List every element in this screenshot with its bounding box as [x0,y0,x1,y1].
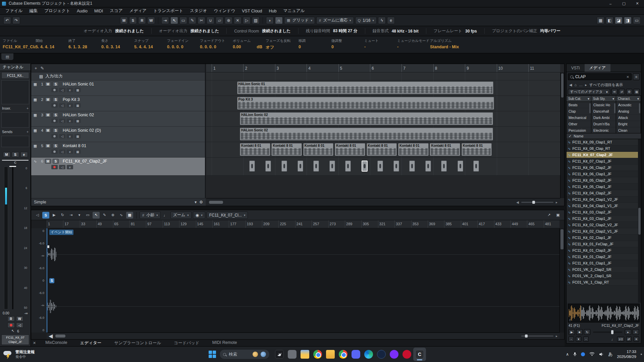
audio-event[interactable] [265,161,271,172]
media-file-row[interactable]: ∿ FC11_Kit_05_Clap1_JF [567,184,641,190]
filter-item[interactable]: Drum'n'Ba [591,121,616,127]
automation-button[interactable]: S [129,17,137,24]
notification-icon[interactable] [641,354,642,355]
scroll-right-icon[interactable]: ▸ [556,200,557,204]
midi-clip[interactable]: Kontakt 8 01 [240,143,270,156]
filter-column-header[interactable]: Sub Cat.▾ [567,96,591,102]
tool-button[interactable]: ⊕ [225,17,232,24]
monitor-icon[interactable]: ◁ [59,149,65,154]
info-field[interactable]: スナップ 5. 4. 4. 14 [134,36,167,53]
lower-zone-tab[interactable]: エディター [80,340,102,346]
mute-button[interactable]: M [45,113,51,117]
minimize-button[interactable]: – [604,0,617,7]
media-file-row[interactable]: ∿ FC11_Kit_01_Clap3_JF [567,247,641,254]
editor-zoom-dropdown[interactable]: ズーム ▾ [170,212,192,219]
menu-item[interactable]: メディア [126,8,150,14]
gear-icon[interactable]: ⚙ [199,200,203,204]
media-file-row[interactable]: ∿ FC11_Kit_07_Clap2_JF [567,152,641,158]
chrome-icon[interactable] [311,348,324,361]
iterative-quantize-button[interactable]: ϟ [378,17,386,24]
gear-icon[interactable]: ⚙ [626,89,632,95]
preview-menu-button[interactable]: ≡ [633,329,639,335]
snap-button[interactable]: ◗ [266,17,274,24]
track-row[interactable]: ▦ 3 M S HALion Sonic 02 ◁ e [31,111,205,127]
info-field[interactable]: ミュージカルモード - [397,36,430,53]
back-icon[interactable]: ◀ [569,83,572,87]
edge-icon[interactable] [362,348,375,361]
editor-tool-button[interactable]: ⊕ [109,212,116,219]
editor-zoom-slider[interactable] [521,336,553,337]
instrument-icon[interactable]: ▦ [74,88,81,92]
zoom-slider[interactable] [521,202,553,203]
filter-item[interactable]: Attack [616,115,641,121]
midi-clip[interactable]: Kontakt 8 01 [335,143,365,156]
midi-clip[interactable]: HALion Sonic 02 [240,112,493,125]
lower-zone-tab[interactable]: サンプラーコントロール [114,340,161,346]
monitor-icon[interactable]: ◁ [59,88,65,92]
editor-tool-button[interactable]: S [42,212,49,219]
vertical-scrollbar[interactable] [560,72,564,198]
automation-button[interactable]: W [147,17,155,24]
editor-tool-button[interactable]: ▶ [51,212,58,219]
discord-icon[interactable] [350,348,362,361]
record-enable-icon[interactable] [51,134,58,138]
audio-event[interactable] [362,161,368,172]
music-app-icon[interactable] [400,348,413,361]
media-file-row[interactable]: ∿ FC11_Kit_04_Clap2_JF [567,190,641,196]
filter-item[interactable]: Dark Ambi [591,115,616,121]
edit-channel-icon[interactable]: e [67,149,73,154]
timeline-lane[interactable] [206,158,560,176]
audio-event[interactable] [298,161,303,172]
filter-item[interactable]: Classic Ho [591,102,616,108]
menu-item[interactable]: マニュアル [280,8,308,14]
filter-item[interactable]: Other [567,121,591,127]
tool-button[interactable]: ▭ [179,17,187,24]
plus-icon[interactable]: + [26,130,29,134]
file-list-scrollbar[interactable] [638,139,641,303]
info-field[interactable]: 終了 6. 1. 3. 28 [68,36,101,53]
record-enable-icon[interactable] [51,149,58,154]
edit-channel-icon[interactable]: e [67,165,73,169]
lower-zone-tab[interactable]: コードパッド [174,340,199,346]
tray-expand-icon[interactable]: ∧ [566,352,569,357]
chevron-down-icon[interactable]: ▾ [576,337,581,342]
track-row[interactable]: ∿ 6 M S FC11_Kit_07_Clap2_JF ◁ [31,158,205,176]
edit-channel-icon[interactable]: e [67,119,73,123]
monitor-button[interactable]: ◁ [16,322,23,328]
scroll-left-icon[interactable]: ◀ [516,200,519,204]
footer-value-mid[interactable]: - [583,337,589,342]
horizontal-scrollbar[interactable]: ◀ ▸ [206,198,560,206]
steam-icon[interactable] [375,348,388,361]
filter-item[interactable]: Clap [567,108,591,115]
footer-value-left[interactable]: - [569,337,574,342]
editor-view-dropdown[interactable]: ◉ ▾ [193,212,205,219]
audio-event[interactable] [345,161,351,172]
audio-event[interactable] [473,161,479,172]
info-field[interactable]: ファイル FC11_Kit_07_Clap2_JF [3,36,36,53]
microphone-icon[interactable] [573,352,577,357]
pan-control[interactable]: C [2,160,29,165]
midi-clip[interactable]: Kontakt 8 01 [367,143,397,156]
musical-mode-button[interactable]: ♩ [162,212,169,219]
media-file-row[interactable]: ∿ FC11_Kit_08_Clap_RT [567,145,641,152]
record-enable-button[interactable] [7,322,15,328]
fader-level-value[interactable]: 0.00 [3,311,9,315]
tool-button[interactable]: ▷ [243,17,251,24]
menu-item[interactable]: Audio [73,9,91,13]
file-explorer-icon[interactable] [299,348,311,361]
midi-clip[interactable]: HALion Sonic 02 [240,128,493,140]
media-file-row[interactable]: ∿ FC11_Kit_01_FxClap_JF [567,241,641,247]
preview-play-button[interactable]: ▶ [569,329,575,335]
close-button[interactable]: ✕ [631,0,644,7]
tool-button[interactable]: ⇥ [161,17,169,24]
add-track-button[interactable]: + [35,66,37,71]
grid-type-dropdown[interactable]: ▦ グリッド ▾ [284,17,315,24]
channel-fader[interactable]: 06121824304050 [1,165,29,311]
instrument-icon[interactable]: ▦ [74,103,81,108]
location-tray-icon[interactable] [581,352,585,356]
taskbar-search[interactable]: 検索 [219,349,270,359]
snap-button[interactable]: ∩ [275,17,283,24]
timeline-lanes[interactable]: HALion Sonic 01Pop Kit 3HALion Sonic 02H… [206,72,560,198]
tool-button[interactable]: ✎ [189,17,196,24]
audio-event[interactable] [249,161,255,172]
